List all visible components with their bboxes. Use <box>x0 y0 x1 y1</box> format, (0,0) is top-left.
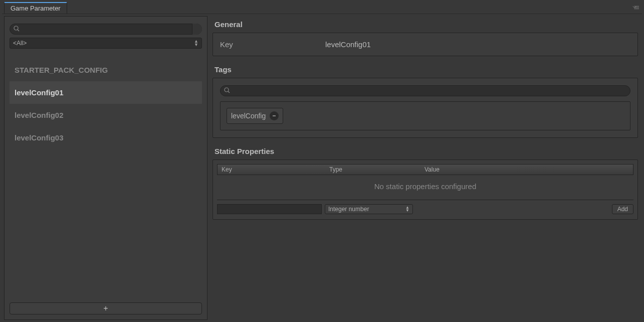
tag-chip: levelConfig <box>227 108 283 124</box>
tab-game-parameter[interactable]: Game Parameter <box>4 2 67 14</box>
svg-line-6 <box>228 91 230 93</box>
updown-icon: ▲▼ <box>194 40 198 47</box>
list-item[interactable]: levelConfig02 <box>10 104 202 126</box>
general-key-label: Key <box>220 40 325 49</box>
tags-search <box>220 85 630 96</box>
column-header-key[interactable]: Key <box>218 166 325 173</box>
new-property-key-input[interactable] <box>217 204 322 214</box>
section-title-tags: Tags <box>214 65 638 74</box>
list-item[interactable]: levelConfig03 <box>10 126 202 149</box>
sidebar-list: STARTER_PACK_CONFIG levelConfig01 levelC… <box>10 59 202 299</box>
sidebar-search-clear[interactable] <box>192 24 202 35</box>
add-property-button[interactable]: Add <box>612 204 633 214</box>
sidebar-filter-value: <All> <box>13 40 27 47</box>
sidebar-search-input[interactable] <box>10 24 202 35</box>
svg-point-5 <box>225 88 229 92</box>
sidebar-filter-select[interactable]: <All> ▲▼ <box>10 38 202 49</box>
tags-search-input[interactable] <box>220 85 630 96</box>
general-key-value: levelConfig01 <box>325 40 371 49</box>
sidebar: <All> ▲▼ STARTER_PACK_CONFIG levelConfig… <box>4 16 207 320</box>
tag-chip-label: levelConfig <box>231 112 266 120</box>
column-header-value[interactable]: Value <box>420 166 633 173</box>
tag-remove-button[interactable] <box>270 111 279 120</box>
search-icon <box>14 26 20 33</box>
svg-line-4 <box>18 30 19 31</box>
details-panel: General Key levelConfig01 Tags levelCo <box>212 16 640 320</box>
section-title-static-properties: Static Properties <box>214 147 638 155</box>
new-property-type-value: Integer number <box>328 206 369 213</box>
sidebar-add-button[interactable]: + <box>10 302 202 314</box>
tags-container: levelConfig <box>220 101 630 130</box>
static-properties-box: Key Type Value No static properties conf… <box>212 159 638 220</box>
static-properties-add-row: Integer number ▲▼ Add <box>217 200 633 214</box>
column-header-type[interactable]: Type <box>325 166 420 173</box>
static-properties-table-header: Key Type Value <box>217 164 633 175</box>
section-title-general: General <box>214 20 638 29</box>
list-item[interactable]: levelConfig01 <box>10 81 202 104</box>
sidebar-search <box>10 24 202 35</box>
general-box: Key levelConfig01 <box>212 33 638 56</box>
panel-menu-icon[interactable] <box>632 4 642 12</box>
static-properties-empty-message: No static properties configured <box>217 175 633 200</box>
new-property-type-select[interactable]: Integer number ▲▼ <box>325 204 413 214</box>
svg-point-3 <box>14 26 18 30</box>
search-icon <box>224 87 230 95</box>
updown-icon: ▲▼ <box>405 206 409 212</box>
tags-box: levelConfig <box>212 78 638 138</box>
list-item[interactable]: STARTER_PACK_CONFIG <box>10 59 202 81</box>
